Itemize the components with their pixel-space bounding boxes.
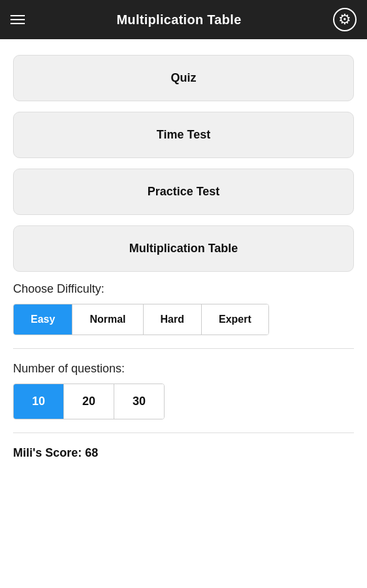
gear-icon: ⚙ — [338, 11, 351, 28]
quiz-button[interactable]: Quiz — [13, 55, 354, 101]
difficulty-easy-button[interactable]: Easy — [14, 304, 72, 335]
difficulty-normal-button[interactable]: Normal — [72, 304, 143, 335]
hamburger-line-1 — [10, 15, 25, 16]
divider-1 — [13, 348, 354, 349]
difficulty-expert-button[interactable]: Expert — [202, 304, 268, 335]
divider-2 — [13, 433, 354, 433]
time-test-button[interactable]: Time Test — [13, 112, 354, 158]
score-display: Mili's Score: 68 — [13, 446, 354, 460]
multiplication-table-button[interactable]: Multiplication Table — [13, 225, 354, 272]
menu-icon[interactable] — [10, 15, 25, 24]
questions-10-button[interactable]: 10 — [14, 384, 64, 419]
page-title: Multiplication Table — [116, 12, 241, 27]
practice-test-button[interactable]: Practice Test — [13, 169, 354, 215]
app-header: Multiplication Table ⚙ — [0, 0, 367, 39]
difficulty-hard-button[interactable]: Hard — [144, 304, 202, 335]
main-content: Quiz Time Test Practice Test Multiplicat… — [0, 39, 367, 473]
settings-icon[interactable]: ⚙ — [333, 8, 357, 31]
questions-20-button[interactable]: 20 — [64, 384, 114, 419]
questions-label: Number of questions: — [13, 362, 354, 376]
questions-selector: 10 20 30 — [13, 384, 165, 419]
difficulty-selector: Easy Normal Hard Expert — [13, 304, 269, 335]
difficulty-label: Choose Difficulty: — [13, 282, 354, 296]
hamburger-line-2 — [10, 19, 25, 20]
hamburger-line-3 — [10, 23, 25, 24]
questions-30-button[interactable]: 30 — [114, 384, 164, 419]
